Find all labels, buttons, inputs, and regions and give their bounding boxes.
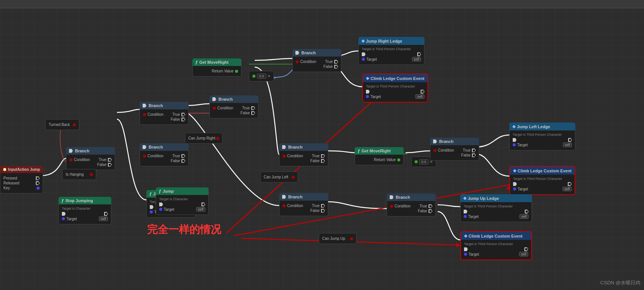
branch3-cond-pin[interactable] (143, 155, 146, 158)
branch7-exec-in[interactable] (433, 140, 437, 143)
branch3-exec-in[interactable] (143, 145, 146, 149)
stop-jump-exec-in[interactable] (62, 212, 66, 216)
jump-left-ledge-node[interactable]: ◆ Jump Left Ledge Target is Third Person… (509, 123, 575, 150)
turned-back-node[interactable]: Turned Back (45, 119, 79, 130)
branch8-exec-in[interactable] (390, 195, 393, 199)
can-jump-left-node[interactable]: Can Jump Left (260, 172, 298, 183)
branch5-node[interactable]: Branch Condition True False (279, 143, 328, 166)
jrl-exec-out[interactable] (417, 52, 421, 56)
float-input1[interactable] (252, 75, 255, 78)
jump-right-ledge-node[interactable]: ◆ Jump Right Ledge Target is Third Perso… (358, 37, 424, 65)
branch6-exec-in[interactable] (282, 195, 286, 199)
return-val-pin1[interactable] (235, 70, 238, 73)
branch6-true-pin[interactable] (321, 204, 325, 208)
cl3-exec-out[interactable] (524, 247, 528, 251)
can-jump-left-pin[interactable] (292, 176, 295, 179)
branch1-cond-pin[interactable] (69, 158, 72, 161)
jump-target-pin[interactable] (150, 210, 153, 213)
cl3-target-pin[interactable] (464, 253, 467, 256)
blueprint-canvas[interactable]: ⬢ InputAction Jump Pressed Released Key … (0, 0, 644, 290)
branch-b2-true-pin[interactable] (251, 106, 255, 110)
branch1-exec-in[interactable] (69, 149, 73, 153)
get-moveright2-node[interactable]: ƒ Get MoveRight Return Value (355, 147, 404, 165)
jump-center-node[interactable]: ƒ Jump Target is Character Target self (156, 187, 209, 215)
branch5-exec-in[interactable] (282, 145, 286, 149)
float-compare1-node[interactable]: 0.0 > (249, 71, 274, 81)
return-val-pin2[interactable] (397, 158, 400, 161)
branch6-cond-pin[interactable] (283, 204, 286, 207)
turned-back-pin[interactable] (73, 123, 76, 126)
get-moveright1-node[interactable]: ƒ Get MoveRight Return Value (192, 58, 241, 77)
cl2-exec-in[interactable] (513, 182, 517, 186)
branch7-false-pin[interactable] (472, 153, 476, 157)
branch2-true-pin[interactable] (181, 113, 185, 117)
pressed-pin[interactable] (36, 176, 40, 180)
jul-target-pin[interactable] (464, 215, 467, 218)
branch5-true-pin[interactable] (321, 154, 325, 158)
branch5-cond-pin[interactable] (283, 155, 286, 158)
can-jump-right-node[interactable]: Can Jump Right (185, 133, 223, 144)
branch-b2-node[interactable]: Branch Condition True False (209, 95, 258, 118)
branch-b2-exec-in[interactable] (212, 97, 216, 101)
key-pin[interactable] (37, 187, 40, 190)
is-hanging-node[interactable]: Is Hanging (62, 169, 96, 180)
branch6-false-pin[interactable] (321, 209, 325, 213)
branch2-node[interactable]: Branch Condition True False (140, 102, 189, 125)
jump2-exec-in[interactable] (159, 203, 163, 206)
branch1-node[interactable]: Branch Condition True False (66, 147, 115, 170)
cl1-exec-in[interactable] (366, 90, 370, 94)
climb-ledge2-node[interactable]: ◆ Climb Ledge Custom Event Target is Thi… (509, 166, 575, 195)
branch1-true-pin[interactable] (108, 158, 112, 162)
cl3-exec-in[interactable] (464, 247, 468, 251)
branch8-node[interactable]: Branch Condition True False (387, 193, 436, 216)
can-jump-up-node[interactable]: Can Jump Up (319, 233, 357, 244)
branch8-false-pin[interactable] (429, 209, 432, 213)
branch8-cond-pin[interactable] (390, 205, 393, 208)
branch8-true-pin[interactable] (429, 204, 432, 208)
branch4-exec-in[interactable] (295, 51, 299, 55)
jul-exec-out[interactable] (525, 210, 529, 213)
stop-jump-target-pin[interactable] (62, 217, 65, 220)
jump-up-ledge-node[interactable]: ◆ Jump Up Ledge Target is Third Person C… (460, 194, 532, 222)
released-pin[interactable] (36, 181, 40, 185)
can-jump-up-pin[interactable] (350, 237, 353, 240)
branch7-cond-pin[interactable] (433, 149, 437, 152)
can-jump-right-pin[interactable] (216, 137, 219, 140)
cl2-target-pin[interactable] (513, 187, 516, 190)
climb-ledge1-node[interactable]: ◆ Climb Ledge Custom Event Target is Thi… (362, 74, 428, 103)
branch4-cond-pin[interactable] (296, 60, 299, 63)
cl1-target-pin[interactable] (366, 95, 369, 98)
input-action-jump-node[interactable]: ⬢ InputAction Jump Pressed Released Key (0, 166, 43, 193)
branch7-true-pin[interactable] (472, 149, 476, 152)
branch5-false-pin[interactable] (321, 159, 325, 163)
jump2-exec-out[interactable] (201, 203, 205, 206)
branch3-node[interactable]: Branch Condition True False (140, 143, 189, 166)
branch-b2-false-pin[interactable] (251, 111, 255, 115)
float-input2[interactable] (415, 160, 418, 163)
jump-exec-in[interactable] (150, 205, 154, 209)
cl1-exec-out[interactable] (421, 90, 424, 94)
branch7-node[interactable]: Branch Condition True False (430, 138, 479, 161)
branch4-true-pin[interactable] (334, 60, 338, 64)
cl2-exec-out[interactable] (568, 182, 572, 186)
branch3-false-pin[interactable] (181, 159, 185, 163)
is-hanging-pin[interactable] (90, 173, 93, 176)
branch4-node[interactable]: Branch Condition True False (292, 49, 341, 72)
climb-ledge3-node[interactable]: ◆ Climb Ledge Custom Event Target is Thi… (460, 231, 532, 260)
branch1-false-pin[interactable] (108, 163, 112, 167)
branch2-false-pin[interactable] (181, 118, 185, 121)
jrl-target-pin[interactable] (362, 58, 365, 61)
branch2-exec-in[interactable] (143, 104, 146, 107)
jll-target-pin[interactable] (513, 143, 516, 146)
jll-exec-out[interactable] (568, 138, 572, 142)
branch-b2-cond-pin[interactable] (213, 107, 216, 110)
branch4-false-pin[interactable] (334, 65, 338, 69)
stop-jump-exec-out[interactable] (104, 212, 108, 216)
branch2-cond-pin[interactable] (143, 113, 146, 116)
stop-jumping-node[interactable]: ƒ Stop Jumping Target is Character Targe… (58, 197, 111, 224)
jll-exec-in[interactable] (513, 138, 516, 142)
branch6-node[interactable]: Branch Condition True False (279, 193, 328, 216)
branch3-true-pin[interactable] (181, 154, 185, 158)
jul-exec-in[interactable] (464, 210, 467, 213)
jrl-exec-in[interactable] (362, 52, 366, 56)
